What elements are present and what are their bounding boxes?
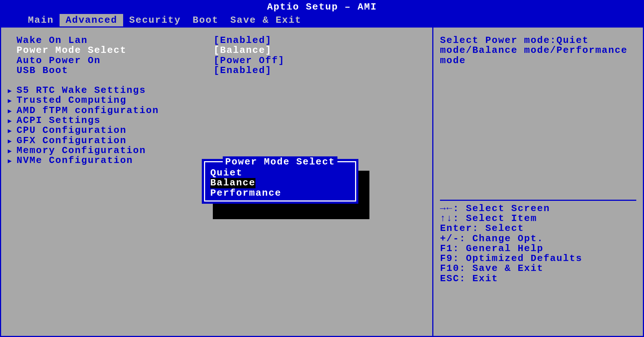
help-text: Select Power mode:Quiet mode/Balance mod… xyxy=(440,36,636,66)
key-hints: →←: Select Screen ↑↓: Select Item Enter:… xyxy=(440,204,636,284)
tab-boot[interactable]: Boot xyxy=(187,14,224,26)
submenu-acpi-settings[interactable]: ACPI Settings xyxy=(8,116,426,126)
chevron-right-icon xyxy=(8,126,17,135)
submenu-label: Trusted Computing xyxy=(17,95,126,105)
tab-security[interactable]: Security xyxy=(123,14,187,26)
setting-row-power-mode-select[interactable]: Power Mode Select [Balance] xyxy=(8,46,426,55)
submenu-gfx-configuration[interactable]: GFX Configuration xyxy=(8,136,426,146)
chevron-right-icon xyxy=(8,95,17,105)
submenu-label: NVMe Configuration xyxy=(17,156,133,166)
submenu-label: CPU Configuration xyxy=(17,126,126,135)
setting-label: Power Mode Select xyxy=(8,46,214,55)
key-hint: →←: Select Screen xyxy=(440,204,636,214)
key-hint: F1: General Help xyxy=(440,244,636,254)
tab-advanced[interactable]: Advanced xyxy=(60,14,123,26)
spacer xyxy=(8,76,426,86)
chevron-right-icon xyxy=(8,156,17,166)
help-panel: Select Power mode:Quiet mode/Balance mod… xyxy=(433,28,643,336)
submenu-label: Memory Configuration xyxy=(17,146,146,156)
chevron-right-icon xyxy=(8,136,17,146)
spacer xyxy=(440,284,636,328)
submenu-memory-configuration[interactable]: Memory Configuration xyxy=(8,146,426,156)
key-hint: F10: Save & Exit xyxy=(440,264,636,273)
chevron-right-icon xyxy=(8,146,17,156)
submenu-label: ACPI Settings xyxy=(17,116,101,126)
chevron-right-icon xyxy=(8,116,17,126)
setting-label: Wake On Lan xyxy=(8,36,214,46)
setting-row-usb-boot[interactable]: USB Boot [Enabled] xyxy=(8,66,426,76)
content-area: Wake On Lan [Enabled] Power Mode Select … xyxy=(0,26,644,337)
key-hint: ↑↓: Select Item xyxy=(440,214,636,224)
chevron-right-icon xyxy=(8,86,17,95)
setting-row-wake-on-lan[interactable]: Wake On Lan [Enabled] xyxy=(8,36,426,46)
submenu-amd-ftpm-configuration[interactable]: AMD fTPM configuration xyxy=(8,106,426,116)
chevron-right-icon xyxy=(8,106,17,116)
tab-save-exit[interactable]: Save & Exit xyxy=(225,14,308,26)
bios-title: Aptio Setup – AMI xyxy=(0,0,644,14)
popup-title: Power Mode Select xyxy=(223,156,337,167)
submenu-label: AMD fTPM configuration xyxy=(17,106,159,116)
submenu-cpu-configuration[interactable]: CPU Configuration xyxy=(8,126,426,135)
popup-power-mode-select: Power Mode Select Quiet Balance Performa… xyxy=(202,159,358,204)
popup-option-label: Balance xyxy=(210,178,255,188)
popup-option-label: Performance xyxy=(210,188,282,198)
key-hint: F9: Optimized Defaults xyxy=(440,254,636,264)
divider xyxy=(440,200,636,201)
key-hint: +/-: Change Opt. xyxy=(440,234,636,244)
submenu-label: GFX Configuration xyxy=(17,136,126,146)
key-hint: ESC: Exit xyxy=(440,274,636,284)
popup-option-performance[interactable]: Performance xyxy=(205,188,355,198)
setting-value: [Power Off] xyxy=(214,56,285,66)
submenu-s5-rtc-wake-settings[interactable]: S5 RTC Wake Settings xyxy=(8,86,426,95)
setting-value: [Enabled] xyxy=(214,66,272,76)
submenu-trusted-computing[interactable]: Trusted Computing xyxy=(8,95,426,105)
popup-option-quiet[interactable]: Quiet xyxy=(205,168,355,178)
setting-row-auto-power-on[interactable]: Auto Power On [Power Off] xyxy=(8,56,426,66)
setting-label: Auto Power On xyxy=(8,56,214,66)
popup-option-balance[interactable]: Balance xyxy=(205,178,355,188)
setting-value: [Enabled] xyxy=(214,36,272,46)
setting-label: USB Boot xyxy=(8,66,214,76)
key-hint: Enter: Select xyxy=(440,224,636,233)
setting-value: [Balance] xyxy=(214,46,272,55)
popup-option-label: Quiet xyxy=(210,168,243,178)
main-panel: Wake On Lan [Enabled] Power Mode Select … xyxy=(1,28,433,336)
submenu-label: S5 RTC Wake Settings xyxy=(17,86,146,95)
tab-main[interactable]: Main xyxy=(22,14,60,26)
tab-bar: Main Advanced Security Boot Save & Exit xyxy=(0,14,644,26)
